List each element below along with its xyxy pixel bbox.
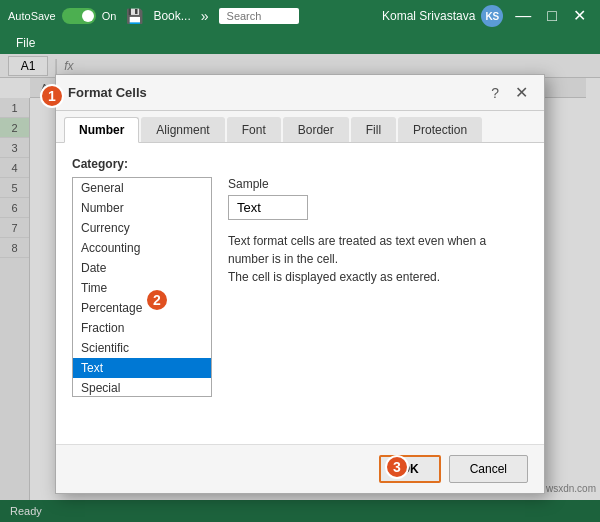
category-list[interactable]: General Number Currency Accounting Date … <box>72 177 212 397</box>
tab-font[interactable]: Font <box>227 117 281 142</box>
cat-time[interactable]: Time <box>73 278 211 298</box>
cat-accounting[interactable]: Accounting <box>73 238 211 258</box>
more-icon[interactable]: » <box>197 6 213 26</box>
tab-fill[interactable]: Fill <box>351 117 396 142</box>
maximize-btn[interactable]: □ <box>541 0 563 32</box>
category-label: Category: <box>72 157 528 171</box>
dialog-close-btn[interactable]: ✕ <box>511 83 532 102</box>
menu-bar: File <box>0 32 600 54</box>
dialog-overlay: Format Cells ? ✕ Number Alignment Font B… <box>0 54 600 522</box>
book-title: Book... <box>153 9 190 23</box>
cat-general[interactable]: General <box>73 178 211 198</box>
user-name: Komal Srivastava <box>382 9 475 23</box>
autosave-knob <box>82 10 94 22</box>
cancel-button[interactable]: Cancel <box>449 455 528 483</box>
dialog-help-btn[interactable]: ? <box>487 85 503 101</box>
sample-value: Text <box>228 195 308 220</box>
tab-protection[interactable]: Protection <box>398 117 482 142</box>
cat-date[interactable]: Date <box>73 258 211 278</box>
cat-scientific[interactable]: Scientific <box>73 338 211 358</box>
excel-body: A1 | fx A B C D E 1 2 3 4 <box>0 54 600 522</box>
autosave-state: On <box>102 10 117 22</box>
right-panel: Sample Text Text format cells are treate… <box>228 177 528 397</box>
cat-percentage[interactable]: Percentage <box>73 298 211 318</box>
dialog-title-actions: ? ✕ <box>487 83 532 102</box>
cat-fraction[interactable]: Fraction <box>73 318 211 338</box>
menu-file[interactable]: File <box>8 34 43 52</box>
dialog-content: Category: General Number Currency Accoun… <box>56 143 544 444</box>
format-cells-dialog: Format Cells ? ✕ Number Alignment Font B… <box>55 74 545 494</box>
title-bar: AutoSave On 💾 Book... » Komal Srivastava… <box>0 0 600 32</box>
save-icon[interactable]: 💾 <box>122 6 147 26</box>
description-text: Text format cells are treated as text ev… <box>228 232 518 286</box>
excel-window: AutoSave On 💾 Book... » Komal Srivastava… <box>0 0 600 522</box>
title-user-area: Komal Srivastava KS <box>382 5 503 27</box>
badge-3: 3 <box>385 455 409 479</box>
dialog-footer: OK Cancel <box>56 444 544 493</box>
badge-2: 2 <box>145 288 169 312</box>
dialog-title-bar: Format Cells ? ✕ <box>56 75 544 111</box>
dialog-main: General Number Currency Accounting Date … <box>72 177 528 397</box>
close-btn[interactable]: ✕ <box>567 0 592 32</box>
dialog-tabs: Number Alignment Font Border Fill Protec… <box>56 111 544 143</box>
user-avatar: KS <box>481 5 503 27</box>
tab-border[interactable]: Border <box>283 117 349 142</box>
cat-special[interactable]: Special <box>73 378 211 397</box>
autosave-label: AutoSave <box>8 10 56 22</box>
title-bar-left: AutoSave On 💾 Book... » <box>8 6 376 26</box>
sample-label: Sample <box>228 177 528 191</box>
tab-alignment[interactable]: Alignment <box>141 117 224 142</box>
window-controls: — □ ✕ <box>509 0 592 32</box>
cat-text[interactable]: Text <box>73 358 211 378</box>
cat-number[interactable]: Number <box>73 198 211 218</box>
tab-number[interactable]: Number <box>64 117 139 143</box>
minimize-btn[interactable]: — <box>509 0 537 32</box>
dialog-title: Format Cells <box>68 85 147 100</box>
cat-currency[interactable]: Currency <box>73 218 211 238</box>
search-input[interactable] <box>219 8 299 24</box>
autosave-toggle[interactable] <box>62 8 96 24</box>
badge-1: 1 <box>40 84 64 108</box>
